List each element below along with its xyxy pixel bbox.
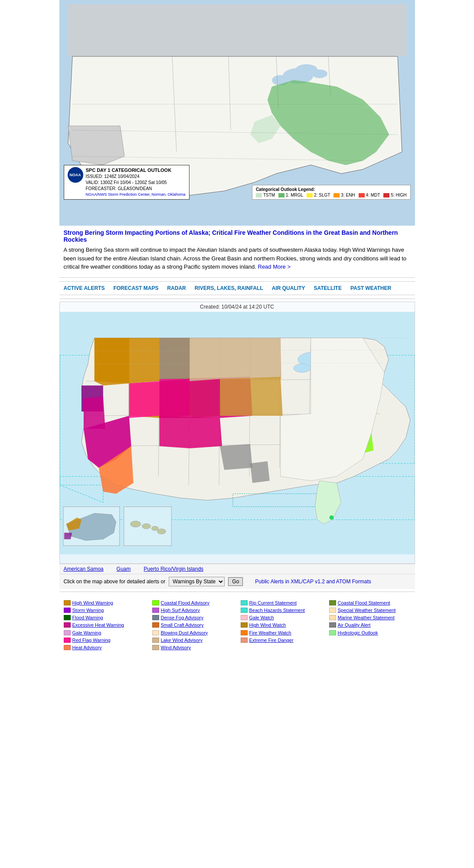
legend-item: Excessive Heat Warning <box>64 622 145 628</box>
legend-label-link[interactable]: Blowing Dust Advisory <box>161 630 208 636</box>
legend-item: Blowing Dust Advisory <box>152 630 234 636</box>
legend-label-link[interactable]: Lake Wind Advisory <box>161 637 203 643</box>
enh-swatch <box>333 193 340 197</box>
legend-label-link[interactable]: Flood Warning <box>72 615 103 621</box>
legend-label-link[interactable]: Fire Weather Watch <box>249 630 291 636</box>
legend-label-link[interactable]: Small Craft Advisory <box>161 622 204 628</box>
nav-air-quality[interactable]: AIR QUALITY <box>272 285 305 291</box>
legend-label-link[interactable]: Special Weather Statement <box>338 607 396 613</box>
nav-past-weather[interactable]: PAST WEATHER <box>350 285 391 291</box>
legend-label-link[interactable]: High Wind Watch <box>249 622 286 628</box>
legend-item: Gale Warning <box>64 630 145 636</box>
legend-color-swatch <box>152 600 159 605</box>
legend-label-link[interactable]: Beach Hazards Statement <box>249 607 305 613</box>
svg-point-32 <box>293 364 311 372</box>
legend-color-swatch <box>64 600 71 605</box>
puerto-rico-link[interactable]: Puerto Rico/Virgin Islands <box>144 566 203 572</box>
legend-item: High Surf Advisory <box>152 607 234 613</box>
legend-label-link[interactable]: Gale Warning <box>72 630 101 636</box>
legend-label-link[interactable]: Heat Advisory <box>72 644 102 651</box>
legend-label-link[interactable]: High Wind Warning <box>72 600 113 606</box>
legend-item: High Wind Warning <box>64 600 145 606</box>
legend-label-link[interactable]: Coastal Flood Statement <box>338 600 390 606</box>
map-controls: Click on the map above for detailed aler… <box>59 574 415 589</box>
legend-label-link[interactable]: Excessive Heat Warning <box>72 622 124 628</box>
legend-label-link[interactable]: Air Quality Alert <box>338 622 371 628</box>
legend-color-swatch <box>152 645 159 650</box>
legend-slgt: 2: SLGT <box>307 193 330 197</box>
svg-point-36 <box>329 515 333 519</box>
headline-link[interactable]: Strong Bering Storm Impacting Portions o… <box>64 229 411 243</box>
nav-radar[interactable]: RADAR <box>167 285 186 291</box>
mdt-swatch <box>359 193 365 197</box>
legend-label-link[interactable]: Wind Advisory <box>161 644 191 651</box>
high-swatch <box>383 193 389 197</box>
legend-label-link[interactable]: Gale Watch <box>249 615 274 621</box>
legend-label-link[interactable]: Dense Fog Advisory <box>161 615 203 621</box>
legend-color-swatch <box>64 630 71 635</box>
legend-color-swatch <box>329 608 336 613</box>
legend-item: Heat Advisory <box>64 644 145 651</box>
legend-color-swatch <box>64 615 71 620</box>
svg-point-40 <box>142 523 150 529</box>
alerts-map-inner[interactable] <box>60 312 415 563</box>
nav-forecast-maps[interactable]: FORECAST MAPS <box>113 285 158 291</box>
legend-item: Extreme Fire Danger <box>241 637 322 643</box>
legend-mdt: 4: MDT <box>359 193 380 197</box>
legend-label-link[interactable]: Marine Weather Statement <box>338 615 395 621</box>
legend-section: High Wind WarningStorm WarningFlood Warn… <box>59 595 415 658</box>
legend-item: Coastal Flood Statement <box>329 600 411 606</box>
legend-item: Wind Advisory <box>152 644 234 651</box>
nav-rivers[interactable]: RIVERS, LAKES, RAINFALL <box>195 285 263 291</box>
alerts-map-svg[interactable] <box>60 312 415 555</box>
legend-color-swatch <box>64 622 71 628</box>
legend-label-link[interactable]: Coastal Flood Advisory <box>161 600 210 606</box>
american-samoa-link[interactable]: American Samoa <box>64 566 104 572</box>
legend-label-link[interactable]: Rip Current Statement <box>249 600 297 606</box>
legend-color-swatch <box>64 638 71 643</box>
legend-tstm: TSTM <box>256 193 275 197</box>
legend-color-swatch <box>64 608 71 613</box>
legend-label-link[interactable]: High Surf Advisory <box>161 607 200 613</box>
legend-item: Storm Warning <box>64 607 145 613</box>
legend-color-swatch <box>64 645 71 650</box>
legend-label-link[interactable]: Storm Warning <box>72 607 104 613</box>
read-more-link[interactable]: Read More > <box>258 263 291 270</box>
legend-enh: 3: ENH <box>333 193 355 197</box>
xml-link[interactable]: Public Alerts in XML/CAP v1.2 and ATOM F… <box>255 579 371 585</box>
legend-color-swatch <box>152 615 159 620</box>
legend-item: Gale Watch <box>241 615 322 621</box>
legend-column: High Wind WarningStorm WarningFlood Warn… <box>64 600 145 652</box>
legend-item: Beach Hazards Statement <box>241 607 322 613</box>
legend-label-link[interactable]: Hydrologic Outlook <box>338 630 378 636</box>
legend-color-swatch <box>241 622 248 628</box>
legend-item: Coastal Flood Advisory <box>152 600 234 606</box>
tstm-swatch <box>256 193 262 197</box>
legend-item: Lake Wind Advisory <box>152 637 234 643</box>
legend-item: Fire Weather Watch <box>241 630 322 636</box>
legend-color-swatch <box>241 630 248 635</box>
svg-point-39 <box>130 521 141 527</box>
map-created-label: Created: 10/04/24 at 14:20 UTC <box>60 302 415 312</box>
svg-point-6 <box>312 69 327 78</box>
legend-item: Marine Weather Statement <box>329 615 411 621</box>
go-button[interactable]: Go <box>228 577 243 586</box>
legend-mrgl: 1: MRGL <box>278 193 303 197</box>
nav-active-alerts[interactable]: ACTIVE ALERTS <box>64 285 105 291</box>
nav-satellite[interactable]: SATELLITE <box>314 285 341 291</box>
spc-info-text: SPC DAY 1 CATEGORICAL OUTLOOK ISSUED: 12… <box>86 167 186 197</box>
controls-text: Click on the map above for detailed aler… <box>64 579 166 585</box>
legend-label-link[interactable]: Red Flag Warning <box>72 637 111 643</box>
noaa-logo: NOAA <box>68 167 83 183</box>
headline-section: Strong Bering Storm Impacting Portions o… <box>59 226 415 275</box>
spc-legend-box: Categorical Outlook Legend: TSTM 1: MRGL… <box>252 185 411 200</box>
guam-link[interactable]: Guam <box>117 566 131 572</box>
alerts-map-container[interactable]: Created: 10/04/24 at 14:20 UTC <box>59 302 415 564</box>
warnings-by-state-dropdown[interactable]: Warnings By State Warnings By State Matc… <box>169 577 225 586</box>
svg-rect-1 <box>68 4 406 56</box>
legend-item: Special Weather Statement <box>329 607 411 613</box>
spc-map-image[interactable]: NOAA SPC DAY 1 CATEGORICAL OUTLOOK ISSUE… <box>59 0 415 226</box>
slgt-swatch <box>307 193 313 197</box>
legend-label-link[interactable]: Extreme Fire Danger <box>249 637 294 643</box>
spc-info-box: NOAA SPC DAY 1 CATEGORICAL OUTLOOK ISSUE… <box>64 165 190 200</box>
